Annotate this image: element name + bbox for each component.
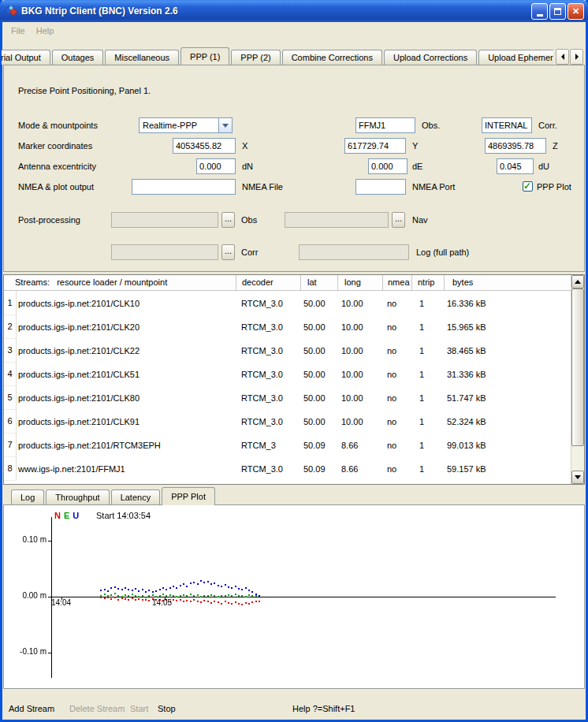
cell-nmea: no: [382, 464, 411, 474]
cell-nmea: no: [382, 299, 411, 308]
cell-long: 10.00: [337, 393, 382, 403]
cell-mountpoint: products.igs-ip.net:2101/CLK91: [17, 417, 236, 426]
ppp-plot-panel: NEU Start 14:03:54 0.10 m 0.00 m -0.10 m…: [3, 504, 585, 689]
table-row[interactable]: 7products.igs-ip.net:2101/RTCM3EPHRTCM_3…: [4, 433, 571, 456]
nmea-file-field[interactable]: [132, 179, 236, 195]
cell-num: 2: [4, 314, 17, 339]
scroll-up-button[interactable]: [571, 275, 584, 288]
cell-decoder: RTCM_3.0: [236, 417, 300, 426]
nmea-port-field[interactable]: [355, 179, 406, 195]
tab-ppp-1[interactable]: PPP (1): [180, 47, 229, 65]
minimize-icon: [537, 14, 543, 17]
header-decoder: decoder: [236, 275, 300, 290]
tab-rial-output[interactable]: rial Output: [2, 50, 50, 65]
post-processing-label: Post-processing: [18, 212, 80, 228]
cell-ntrip: 1: [411, 346, 444, 355]
antenna-du-field[interactable]: [497, 158, 534, 174]
cell-nmea: no: [382, 346, 411, 355]
tab-scroll-left-button[interactable]: [556, 49, 569, 65]
table-row[interactable]: 1products.igs-ip.net:2101/CLK10RTCM_3.05…: [4, 291, 571, 314]
post-log-field: [299, 244, 409, 260]
chevron-left-icon: [558, 54, 564, 60]
cell-long: 10.00: [337, 346, 382, 355]
scrollbar-thumb[interactable]: [571, 288, 584, 446]
ppp-plot-checkbox[interactable]: [523, 181, 533, 192]
cell-nmea: no: [382, 370, 411, 379]
cell-lat: 50.09: [300, 441, 337, 450]
post-obs-browse-button[interactable]: ...: [221, 212, 235, 228]
corr-label: Corr.: [538, 117, 557, 133]
corr-mountpoint-field[interactable]: [482, 117, 532, 133]
cell-decoder: RTCM_3.0: [236, 346, 300, 355]
arrow-down-icon: [575, 475, 581, 482]
maximize-button[interactable]: [549, 3, 566, 20]
post-obs-label: Obs: [241, 212, 257, 228]
y-tick-label-zero: 0.00 m: [6, 591, 47, 600]
tab-ppp-2[interactable]: PPP (2): [231, 50, 280, 65]
cell-mountpoint: products.igs-ip.net:2101/RTCM3EPH: [17, 441, 236, 450]
ppp-plot-label: PPP Plot: [537, 179, 571, 195]
cell-bytes: 38.465 kB: [444, 346, 571, 355]
cell-ntrip: 1: [411, 370, 444, 379]
statusbar-add-stream[interactable]: Add Stream: [9, 698, 54, 720]
ppp-plot-canvas: [4, 505, 584, 688]
table-scrollbar[interactable]: [571, 275, 584, 484]
obs-mountpoint-field[interactable]: [355, 117, 415, 133]
y-tick-label-bottom: -0.10 m: [6, 647, 47, 656]
x-tick-label-1404: 14:04: [51, 598, 71, 607]
cell-nmea: no: [382, 393, 411, 403]
plot-tab-throughput[interactable]: Throughput: [46, 489, 109, 504]
scroll-down-button[interactable]: [571, 471, 584, 484]
tab-upload-ephemeris[interactable]: Upload Ephemeris: [478, 50, 553, 65]
menu-help[interactable]: Help: [31, 24, 60, 38]
cell-mountpoint: www.igs-ip.net:2101/FFMJ1: [17, 464, 236, 474]
table-row[interactable]: 5products.igs-ip.net:2101/CLK80RTCM_3.05…: [4, 385, 571, 409]
table-row[interactable]: 6products.igs-ip.net:2101/CLK91RTCM_3.05…: [4, 409, 571, 433]
table-row[interactable]: 2products.igs-ip.net:2101/CLK20RTCM_3.05…: [4, 314, 571, 338]
cell-lat: 50.00: [300, 346, 337, 355]
marker-y-field[interactable]: [344, 138, 406, 154]
plot-tab-ppp-plot[interactable]: PPP Plot: [162, 487, 215, 505]
post-nav-browse-button[interactable]: ...: [392, 212, 405, 228]
marker-x-field[interactable]: [173, 138, 236, 154]
cell-long: 10.00: [337, 322, 382, 332]
plot-tab-log[interactable]: Log: [11, 489, 44, 504]
combo-dropdown-button[interactable]: [218, 118, 232, 132]
tab-combine-corrections[interactable]: Combine Corrections: [282, 50, 382, 65]
plot-tab-latency[interactable]: Latency: [111, 489, 161, 504]
nmea-port-label: NMEA Port: [412, 179, 455, 195]
tab-outages[interactable]: Outages: [52, 50, 104, 65]
statusbar-help-shift-f1[interactable]: Help ?=Shift+F1: [292, 698, 355, 720]
cell-decoder: RTCM_3: [236, 441, 300, 450]
header-streams: Streams: resource loader / mountpoint: [4, 275, 236, 290]
statusbar-stop[interactable]: Stop: [158, 698, 176, 720]
nmea-file-label: NMEA File: [242, 179, 283, 195]
close-button[interactable]: ✕: [568, 3, 584, 20]
cell-decoder: RTCM_3.0: [236, 322, 300, 332]
header-nmea: nmea: [382, 275, 411, 290]
table-row[interactable]: 3products.igs-ip.net:2101/CLK22RTCM_3.05…: [4, 338, 571, 362]
tab-scroll-right-button[interactable]: [570, 49, 583, 65]
minimize-button[interactable]: [531, 3, 548, 20]
obs-label: Obs.: [422, 117, 440, 133]
mode-label: Mode & mountpoints: [18, 117, 98, 133]
post-corr-browse-button[interactable]: ...: [221, 244, 235, 260]
maximize-icon: [554, 8, 561, 15]
tab-miscellaneous[interactable]: Miscellaneous: [105, 50, 179, 65]
tab-upload-corrections[interactable]: Upload Corrections: [384, 50, 477, 65]
table-row[interactable]: 4products.igs-ip.net:2101/CLK51RTCM_3.05…: [4, 362, 571, 385]
cell-nmea: no: [382, 417, 411, 426]
antenna-de-field[interactable]: [368, 158, 408, 174]
cell-lat: 50.00: [300, 370, 337, 379]
marker-z-field[interactable]: [485, 138, 546, 154]
post-obs-field: [111, 212, 218, 228]
table-row[interactable]: 8www.igs-ip.net:2101/FFMJ1RTCM_3.050.098…: [4, 456, 571, 480]
antenna-dn-field[interactable]: [196, 158, 236, 174]
cell-long: 10.00: [337, 417, 382, 426]
panel-heading: Precise Point Positioning, Panel 1.: [18, 83, 151, 99]
menu-file[interactable]: File: [6, 24, 31, 38]
status-bar: Add StreamDelete StreamStartStopHelp ?=S…: [2, 698, 586, 720]
cell-num: 6: [4, 409, 17, 434]
mode-combobox[interactable]: Realtime-PPP: [139, 117, 233, 133]
dn-label: dN: [242, 158, 253, 174]
